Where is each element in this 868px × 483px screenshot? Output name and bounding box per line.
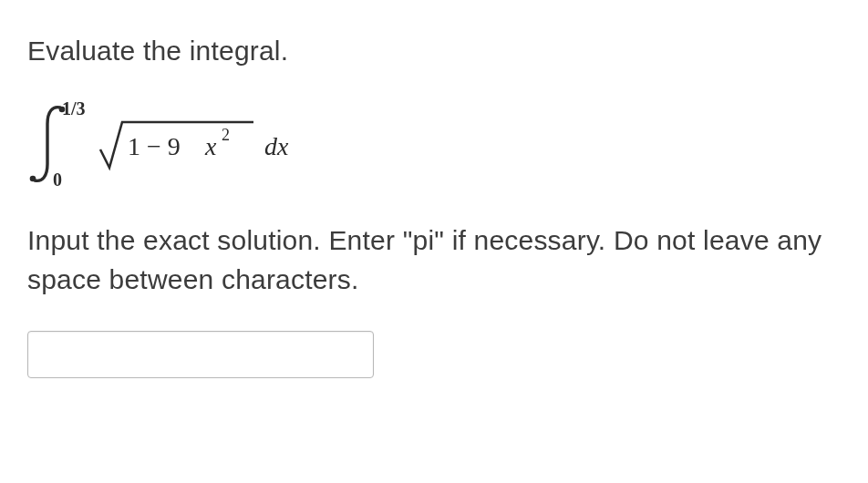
svg-point-1 <box>30 175 36 181</box>
question-container: Evaluate the integral. 1/3 0 1 − 9 x 2 d… <box>0 0 868 406</box>
question-prompt: Evaluate the integral. <box>27 31 841 71</box>
differential: dx <box>264 132 289 160</box>
integral-svg: 1/3 0 1 − 9 x 2 dx <box>27 97 319 188</box>
integral-expression: 1/3 0 1 − 9 x 2 dx <box>27 97 841 188</box>
radicand-exp: 2 <box>222 126 230 144</box>
answer-input[interactable] <box>27 331 374 378</box>
lower-limit: 0 <box>53 170 62 188</box>
radicand-var: x <box>204 132 217 160</box>
input-instructions: Input the exact solution. Enter "pi" if … <box>27 221 841 300</box>
upper-limit: 1/3 <box>62 98 86 118</box>
radicand-prefix: 1 − 9 <box>128 132 181 160</box>
